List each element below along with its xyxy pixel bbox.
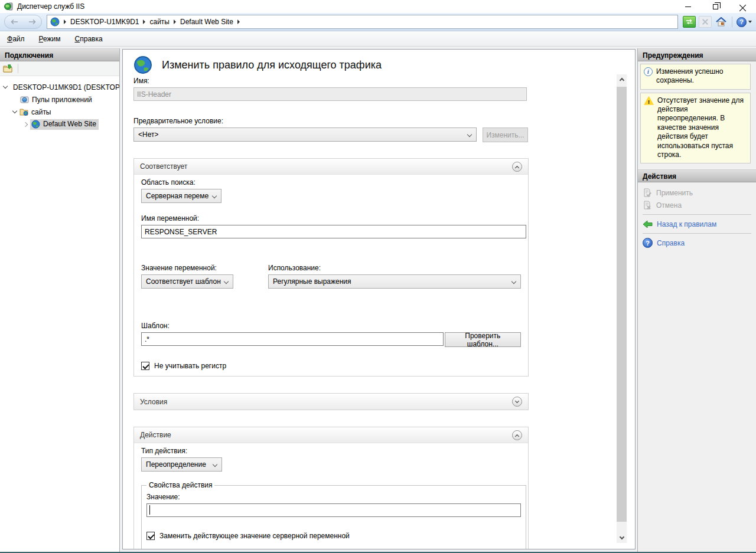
collapsed-chevron-icon[interactable] <box>23 122 28 126</box>
create-connection-icon[interactable] <box>3 64 13 73</box>
ignore-case-checkbox[interactable] <box>141 362 149 370</box>
tree-label-app-pools: Пулы приложений <box>32 96 92 104</box>
text-cursor <box>149 505 150 515</box>
stop-icon <box>702 19 708 25</box>
variable-name-input[interactable] <box>141 225 526 238</box>
tree-item-app-pools[interactable]: Пулы приложений <box>0 93 119 106</box>
action-section-title: Действие <box>140 431 171 439</box>
alert-info-text: Изменения успешно сохранены. <box>656 67 748 86</box>
precondition-edit-button[interactable]: Изменить... <box>483 127 528 142</box>
action-type-select[interactable]: Переопределение <box>141 457 222 472</box>
forward-button[interactable] <box>28 19 37 25</box>
replace-value-checkbox[interactable] <box>146 532 155 540</box>
help-menu-button[interactable]: ? <box>737 17 752 27</box>
application-pools-icon <box>20 95 29 104</box>
window-controls <box>674 0 756 13</box>
connections-toolbar <box>0 61 119 76</box>
collapse-match-button[interactable] <box>512 162 522 172</box>
action-apply-label: Применить <box>656 189 693 197</box>
chevron-up-icon <box>515 434 519 438</box>
action-type-label: Тип действия: <box>141 447 521 455</box>
menu-bar: Файл Режим Справка <box>0 31 756 47</box>
info-glyph: i <box>647 68 649 75</box>
close-button[interactable] <box>729 0 756 13</box>
stop-button-disabled[interactable] <box>699 16 712 28</box>
name-label: Имя: <box>133 77 635 85</box>
restore-button[interactable] <box>702 0 729 13</box>
action-type-value: Переопределение <box>146 460 206 469</box>
scroll-up-button[interactable] <box>617 74 627 84</box>
ignore-case-label: Не учитывать регистр <box>154 362 226 370</box>
home-button[interactable] <box>715 16 728 28</box>
test-pattern-button[interactable]: Проверить шаблон... <box>445 332 521 347</box>
minimize-button[interactable] <box>674 0 702 13</box>
action-properties-groupbox: Свойства действия Значение: Заменить дей… <box>141 485 526 549</box>
breadcrumb-item-sites[interactable]: сайты <box>149 18 170 26</box>
main-content-panel: Изменить правило для исходящего трафика … <box>122 49 636 549</box>
action-apply[interactable]: Применить <box>638 186 756 199</box>
iis-app-icon <box>4 2 14 11</box>
pattern-label: Шаблон: <box>141 322 521 330</box>
replace-value-label: Заменить действующее значение серверной … <box>159 532 350 540</box>
chevron-down-icon <box>515 399 519 403</box>
refresh-icon <box>686 19 693 25</box>
collapse-action-button[interactable] <box>512 430 522 440</box>
menu-help[interactable]: Справка <box>75 35 103 43</box>
main-scrollbar[interactable] <box>617 74 627 543</box>
menu-file[interactable]: Файл <box>7 35 25 43</box>
title-bar: Диспетчер служб IIS <box>0 0 756 13</box>
tree-item-default-web-site[interactable]: Default Web Site <box>0 118 119 130</box>
pattern-input[interactable] <box>141 332 444 346</box>
tree-label-server: DESKTOP-U1MK9D1 (DESKTOP <box>13 83 119 91</box>
help-dropdown-caret-icon <box>748 21 752 23</box>
expand-chevron-icon[interactable] <box>12 109 17 113</box>
scrollbar-thumb[interactable] <box>617 87 627 522</box>
scroll-down-button[interactable] <box>617 533 627 543</box>
breadcrumb-separator-icon <box>237 19 240 24</box>
menu-view[interactable]: Режим <box>39 35 61 43</box>
selected-tree-row[interactable]: Default Web Site <box>30 119 99 130</box>
conditions-section: Условия <box>133 393 529 410</box>
expand-chevron-icon[interactable] <box>3 84 8 89</box>
scope-select[interactable]: Серверная переменн <box>141 189 221 203</box>
tree-item-server[interactable]: DESKTOP-U1MK9D1 (DESKTOP <box>0 81 119 93</box>
actions-list: Применить Отмена Назад к правилам <box>638 182 756 249</box>
expand-conditions-button[interactable] <box>512 397 522 407</box>
match-section-title: Соответствует <box>140 162 187 171</box>
breadcrumb-separator-icon <box>143 19 145 24</box>
home-icon <box>716 17 726 27</box>
tree-label-sites: сайты <box>31 108 51 116</box>
variable-value-value: Соответствует шаблону <box>146 277 221 286</box>
conditions-section-header: Условия <box>134 394 528 410</box>
connections-panel: Подключения DES <box>0 48 120 552</box>
action-properties-title: Свойства действия <box>146 481 214 489</box>
refresh-button[interactable] <box>683 16 696 28</box>
value-label: Значение: <box>146 493 520 501</box>
variable-value-group: Значение переменной: Соответствует шабло… <box>141 264 262 289</box>
navigation-buttons <box>4 15 42 29</box>
close-icon <box>739 4 746 10</box>
help-glyph: ? <box>646 240 650 247</box>
precondition-row: <Нет> Изменить... <box>133 127 635 142</box>
variable-value-select[interactable]: Соответствует шаблону <box>141 274 233 289</box>
breadcrumb: DESKTOP-U1MK9D1 сайты Default Web Site <box>47 15 678 29</box>
value-input[interactable] <box>146 503 521 517</box>
breadcrumb-item-default-web-site[interactable]: Default Web Site <box>180 18 233 26</box>
usage-label: Использование: <box>268 264 521 272</box>
right-panel: Предупреждения i Изменения успешно сохра… <box>637 48 756 552</box>
action-cancel-label: Отмена <box>656 201 682 210</box>
tree-item-sites[interactable]: сайты <box>0 106 119 118</box>
back-button[interactable] <box>10 19 18 25</box>
precondition-label: Предварительное условие: <box>133 117 635 125</box>
breadcrumb-item-server[interactable]: DESKTOP-U1MK9D1 <box>70 18 139 26</box>
chevron-down-icon <box>619 535 624 539</box>
rule-name-input[interactable] <box>133 87 527 101</box>
action-back-to-rules[interactable]: Назад к правилам <box>638 218 756 230</box>
warning-icon: ! <box>644 96 654 105</box>
precondition-select[interactable]: <Нет> <box>133 127 477 142</box>
action-cancel[interactable]: Отмена <box>638 199 756 211</box>
action-help-label: Справка <box>657 239 685 247</box>
ignore-case-row: Не учитывать регистр <box>141 362 521 370</box>
usage-select[interactable]: Регулярные выражения <box>268 274 521 289</box>
action-help[interactable]: ? Справка <box>638 237 756 249</box>
